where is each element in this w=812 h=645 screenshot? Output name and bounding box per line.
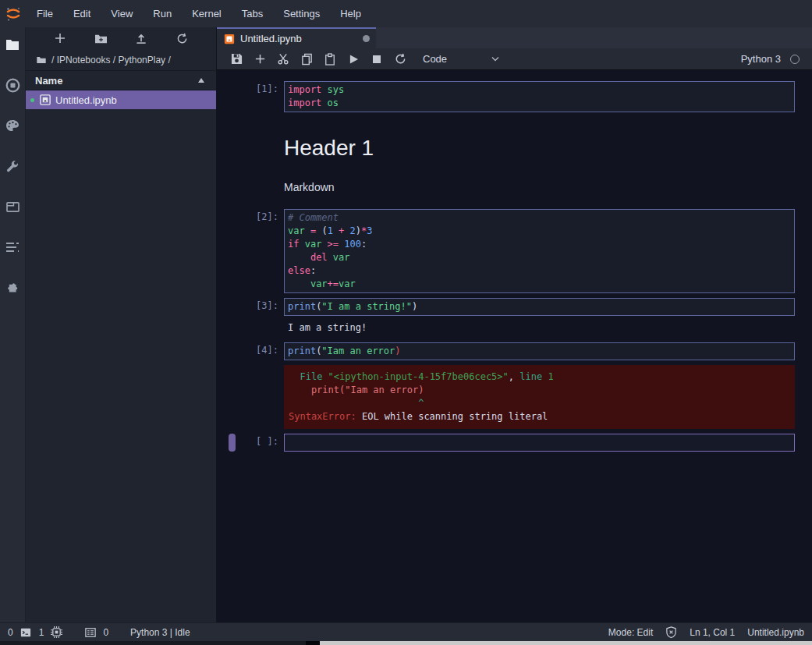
markdown-heading: Header 1	[284, 136, 795, 161]
wrench-icon[interactable]	[5, 158, 20, 174]
code-token: )	[395, 346, 400, 356]
code-token: 2	[350, 225, 356, 236]
new-folder-icon[interactable]	[94, 31, 108, 45]
status-bar: 0 1 0 Python 3 | Idle Mode: Edit Ln 1, C…	[0, 622, 812, 641]
kernel-status-text[interactable]: Python 3 | Idle	[130, 627, 190, 638]
running-icon[interactable]	[5, 77, 20, 93]
list-icon[interactable]	[5, 239, 20, 255]
file-row[interactable]: Untitled.ipynb	[26, 90, 216, 109]
cut-icon[interactable]	[271, 51, 295, 68]
execution-prompt: [2]:	[217, 209, 284, 293]
code-token: var	[305, 239, 322, 250]
refresh-icon[interactable]	[175, 31, 189, 45]
terminal-icon[interactable]	[20, 626, 32, 638]
code-token	[305, 225, 310, 236]
code-token: "Iam an error	[321, 346, 395, 356]
code-token: ^	[289, 398, 424, 409]
code-token: :	[361, 239, 367, 250]
kernel-status-icon[interactable]	[790, 55, 800, 64]
tab-untitled-ipynb[interactable]: Untitled.ipynb	[217, 27, 376, 48]
cell-editor[interactable]: # Commentvar = (1 + 2)*3if var >= 100: d…	[284, 209, 795, 293]
mode-indicator[interactable]: Mode: Edit	[608, 627, 653, 638]
code-cell-4[interactable]: [4]:print("Iam an error) File "<ipython-…	[217, 342, 795, 429]
markdown-cell-1[interactable]: Header 1Markdown	[217, 119, 795, 207]
cell-body[interactable]: print("I am a string!")I am a string!	[284, 298, 795, 338]
cell-editor[interactable]: print("I am a string!")	[284, 298, 795, 316]
menu-item-file[interactable]: File	[27, 0, 63, 27]
notebook-file-icon	[223, 33, 235, 44]
extension-icon[interactable]	[5, 280, 20, 296]
code-token	[299, 239, 304, 250]
cell-body[interactable]: Header 1Markdown	[284, 119, 795, 207]
menu-item-help[interactable]: Help	[330, 0, 371, 27]
code-token: +=	[328, 278, 339, 289]
restart-icon[interactable]	[388, 51, 412, 68]
notebook-toolbar: Code Python 3	[217, 48, 812, 70]
breadcrumb-path: / IPNotebooks / PythonPlay /	[51, 55, 171, 66]
menu-item-edit[interactable]: Edit	[63, 0, 101, 27]
log-count[interactable]: 0	[103, 627, 108, 638]
notebook-content[interactable]: [1]:import sysimport osHeader 1Markdown[…	[217, 70, 812, 622]
code-cell-5[interactable]: [ ]:	[217, 434, 795, 452]
code-token: )	[356, 225, 361, 236]
code-cell-0[interactable]: [1]:import sysimport os	[217, 81, 795, 112]
breadcrumb[interactable]: / IPNotebooks / PythonPlay /	[26, 49, 216, 71]
upload-icon[interactable]	[134, 31, 148, 45]
copy-icon[interactable]	[295, 51, 318, 68]
code-token: 3	[367, 225, 372, 236]
cell-body[interactable]: import sysimport os	[284, 81, 795, 112]
menu-item-settings[interactable]: Settings	[273, 0, 330, 27]
folder-icon[interactable]	[5, 37, 20, 52]
log-console-icon[interactable]	[84, 626, 96, 638]
menu-item-kernel[interactable]: Kernel	[182, 0, 232, 27]
new-launcher-icon[interactable]	[53, 31, 67, 45]
cell-body[interactable]	[284, 434, 795, 452]
cell-body[interactable]: print("Iam an error) File "<ipython-inpu…	[284, 342, 795, 429]
code-token: 100	[344, 239, 361, 250]
kernel-name-button[interactable]: Python 3	[741, 53, 781, 65]
trust-shield-icon[interactable]	[665, 626, 677, 638]
cell-editor[interactable]: import sysimport os	[284, 81, 795, 112]
stop-icon[interactable]	[365, 51, 388, 68]
cell-body[interactable]: # Commentvar = (1 + 2)*3if var >= 100: d…	[284, 209, 795, 293]
kernels-count[interactable]: 1	[39, 627, 44, 638]
run-icon[interactable]	[342, 51, 365, 68]
file-browser-panel: / IPNotebooks / PythonPlay / Name Untitl…	[26, 27, 217, 622]
code-cell-3[interactable]: [3]:print("I am a string!")I am a string…	[217, 298, 795, 338]
menu-item-run[interactable]: Run	[143, 0, 182, 27]
code-token	[288, 252, 310, 263]
execution-prompt: [1]:	[217, 81, 284, 112]
code-token: print("Iam an error)	[289, 385, 424, 395]
unsaved-changes-icon[interactable]	[363, 35, 370, 42]
cell-editor[interactable]: print("Iam an error)	[284, 342, 795, 360]
menu-item-view[interactable]: View	[101, 0, 143, 27]
terminals-count[interactable]: 0	[8, 627, 13, 638]
add-cell-icon[interactable]	[248, 51, 271, 68]
cell-editor[interactable]	[284, 434, 795, 452]
notebook-panel: Untitled.ipynb Code Python 3 [1]:import …	[217, 27, 812, 622]
code-token: var	[333, 252, 350, 263]
kernel-chip-icon[interactable]	[51, 626, 62, 638]
save-icon[interactable]	[225, 51, 248, 68]
menu-item-tabs[interactable]: Tabs	[232, 0, 273, 27]
paste-icon[interactable]	[318, 51, 342, 68]
code-token: "<ipython-input-4-15f7be06cec5>"	[328, 371, 509, 382]
statusbar-filename[interactable]: Untitled.ipynb	[747, 627, 804, 638]
cell-collapser[interactable]	[229, 434, 236, 452]
cursor-position[interactable]: Ln 1, Col 1	[690, 627, 735, 638]
cell-type-dropdown[interactable]: Code	[423, 53, 501, 65]
code-token: EOL while scanning string literal	[356, 411, 548, 422]
code-token: "I am a string!"	[321, 301, 412, 312]
jupyterlab-window: FileEditViewRunKernelTabsSettingsHelp / …	[0, 0, 812, 645]
palette-icon[interactable]	[5, 118, 20, 133]
code-token: print	[288, 346, 316, 356]
tabs-icon[interactable]	[5, 199, 20, 214]
code-token: import	[288, 84, 321, 95]
execution-prompt: [4]:	[217, 342, 284, 429]
code-token	[321, 84, 327, 95]
file-list-header[interactable]: Name	[26, 71, 216, 90]
jupyter-logo-icon	[0, 5, 27, 23]
code-token: )	[412, 301, 417, 312]
code-token: SyntaxError:	[289, 411, 356, 422]
code-cell-2[interactable]: [2]:# Commentvar = (1 + 2)*3if var >= 10…	[217, 209, 795, 293]
